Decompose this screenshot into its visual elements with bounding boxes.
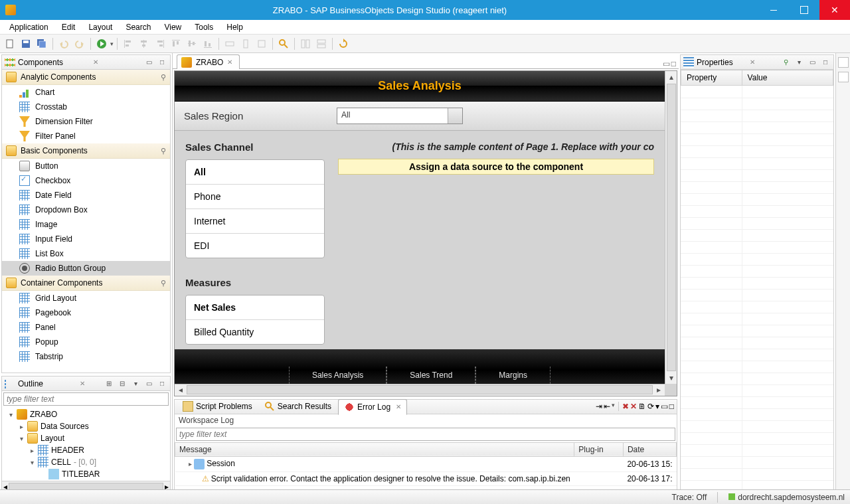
pin-icon[interactable]: ⚲	[161, 73, 166, 82]
minimize-editor-icon[interactable]: ▭	[663, 59, 670, 68]
maximize-panel-icon[interactable]: □	[820, 57, 831, 68]
minimize-panel-icon[interactable]: ▭	[807, 57, 817, 68]
canvas-vscroll[interactable]: ▴▾	[665, 71, 677, 384]
component-item[interactable]: Filter Panel	[2, 129, 170, 143]
layout-b-icon[interactable]	[314, 37, 329, 51]
component-item[interactable]: Checkbox	[2, 173, 170, 188]
dropdown-arrow-icon[interactable]	[448, 108, 462, 124]
menu-layout[interactable]: Layout	[82, 21, 119, 34]
maximize-editor-icon[interactable]: □	[671, 59, 676, 68]
component-item[interactable]: Radio Button Group	[2, 261, 170, 276]
expand-all-icon[interactable]: ⊞	[104, 378, 114, 389]
search-icon[interactable]	[276, 37, 291, 51]
save-icon[interactable]	[19, 37, 33, 51]
panel-menu-icon[interactable]: ▾	[130, 378, 141, 389]
tree-item[interactable]: ▾CELL - [0, 0]	[29, 456, 167, 468]
component-item[interactable]: Dimension Filter	[2, 114, 170, 129]
component-item[interactable]: Image	[2, 217, 170, 232]
component-item[interactable]: Dropdown Box	[2, 203, 170, 217]
minimize-panel-icon[interactable]: ▭	[143, 57, 154, 68]
component-item[interactable]: Panel	[2, 320, 170, 335]
delete-log-icon[interactable]: ✕	[630, 402, 637, 411]
pin-icon[interactable]: ⚲	[161, 279, 166, 288]
component-group[interactable]: Analytic Components⚲	[2, 70, 170, 85]
maximize-panel-icon[interactable]: □	[669, 402, 674, 411]
col-value[interactable]: Value	[742, 70, 833, 86]
editor-tab[interactable]: ZRABO ✕	[177, 54, 240, 69]
save-all-icon[interactable]	[35, 37, 49, 51]
menu-edit[interactable]: Edit	[55, 21, 82, 34]
redo-icon[interactable]	[72, 37, 87, 51]
close-button[interactable]: ✕	[819, 0, 850, 20]
outline-filter[interactable]	[3, 392, 169, 406]
pin-icon[interactable]: ⚲	[161, 147, 166, 155]
component-item[interactable]: Grid Layout	[2, 291, 170, 305]
component-item[interactable]: Date Field	[2, 188, 170, 203]
component-group[interactable]: Container Components⚲	[2, 276, 170, 291]
measures-listbox[interactable]: Net SalesBilled Quantity	[185, 295, 325, 345]
minimize-panel-icon[interactable]: ▭	[661, 402, 668, 411]
refresh-icon[interactable]	[336, 37, 351, 51]
maximize-panel-icon[interactable]: □	[157, 57, 167, 68]
match-width-icon[interactable]	[222, 37, 237, 51]
canvas-hscroll[interactable]: ◂▸	[175, 384, 665, 396]
align-center-icon[interactable]	[137, 37, 151, 51]
tab-script-problems[interactable]: Script Problems	[177, 399, 258, 414]
col-property[interactable]: Property	[681, 70, 742, 86]
component-item[interactable]: List Box	[2, 246, 170, 261]
align-top-icon[interactable]	[169, 37, 183, 51]
strip-button-1[interactable]	[838, 57, 849, 68]
list-option[interactable]: Internet	[186, 209, 324, 234]
footer-tab[interactable]: Margins	[475, 367, 551, 384]
log-row[interactable]: ⚠ Script validation error. Contact the a…	[175, 471, 677, 485]
tab-close-icon[interactable]: ✕	[750, 58, 755, 66]
component-item[interactable]: Crosstab	[2, 100, 170, 114]
menu-view[interactable]: View	[157, 21, 188, 34]
region-dropdown[interactable]: All	[337, 108, 463, 124]
server-status[interactable]: dordrecht.sapdemosysteem.nl	[728, 493, 845, 502]
run-icon[interactable]	[94, 37, 109, 51]
component-item[interactable]: Chart	[2, 85, 170, 100]
channel-listbox[interactable]: AllPhoneInternetEDI	[185, 159, 325, 258]
component-item[interactable]: Pagebook	[2, 305, 170, 320]
tree-item[interactable]: ▸HEADER	[29, 444, 167, 456]
tree-root[interactable]: ▾ZRABO	[7, 408, 167, 420]
menu-tools[interactable]: Tools	[188, 21, 220, 34]
tree-item[interactable]: ▾Layout	[18, 432, 167, 444]
list-option[interactable]: Billed Quantity	[186, 320, 324, 344]
import-log-icon[interactable]: ⇤	[604, 402, 610, 411]
errorlog-filter[interactable]	[176, 428, 675, 441]
list-option[interactable]: All	[186, 160, 324, 185]
tab-close-icon[interactable]: ✕	[227, 58, 232, 66]
tree-item[interactable]: TITLEBAR	[39, 468, 167, 480]
panel-menu-icon[interactable]: ▾	[794, 57, 804, 68]
component-group[interactable]: Basic Components⚲	[2, 143, 170, 159]
reread-log-icon[interactable]: ⟳	[647, 402, 654, 411]
export-log-icon[interactable]: ⇥	[596, 402, 602, 411]
tab-error-log[interactable]: Error Log✕	[338, 399, 407, 415]
new-icon[interactable]	[3, 37, 17, 51]
tree-item[interactable]: ▸Data Sources	[18, 420, 167, 432]
footer-tab[interactable]: Sales Analysis	[289, 367, 386, 384]
pin-icon[interactable]: ⚲	[780, 57, 791, 68]
undo-icon[interactable]	[56, 37, 71, 51]
layout-a-icon[interactable]	[298, 37, 313, 51]
align-right-icon[interactable]	[153, 37, 167, 51]
tab-close-icon[interactable]: ✕	[93, 58, 98, 66]
panel-menu-icon[interactable]: ▾	[655, 402, 659, 411]
trace-status[interactable]: Trace: Off	[672, 493, 707, 502]
tab-search-results[interactable]: Search Results	[259, 399, 337, 414]
list-option[interactable]: EDI	[186, 234, 324, 258]
align-bottom-icon[interactable]	[201, 37, 215, 51]
col-date[interactable]: Date	[623, 442, 676, 456]
log-row[interactable]: ▸ Session 20-06-13 15:	[175, 456, 677, 471]
menu-search[interactable]: Search	[119, 21, 157, 34]
match-height-icon[interactable]	[238, 37, 253, 51]
menu-help[interactable]: Help	[220, 21, 250, 34]
match-size-icon[interactable]	[254, 37, 269, 51]
footer-tab[interactable]: Sales Trend	[386, 367, 475, 384]
list-option[interactable]: Net Sales	[186, 295, 324, 320]
component-item[interactable]: Tabstrip	[2, 349, 170, 364]
list-option[interactable]: Phone	[186, 185, 324, 209]
component-item[interactable]: Input Field	[2, 232, 170, 246]
